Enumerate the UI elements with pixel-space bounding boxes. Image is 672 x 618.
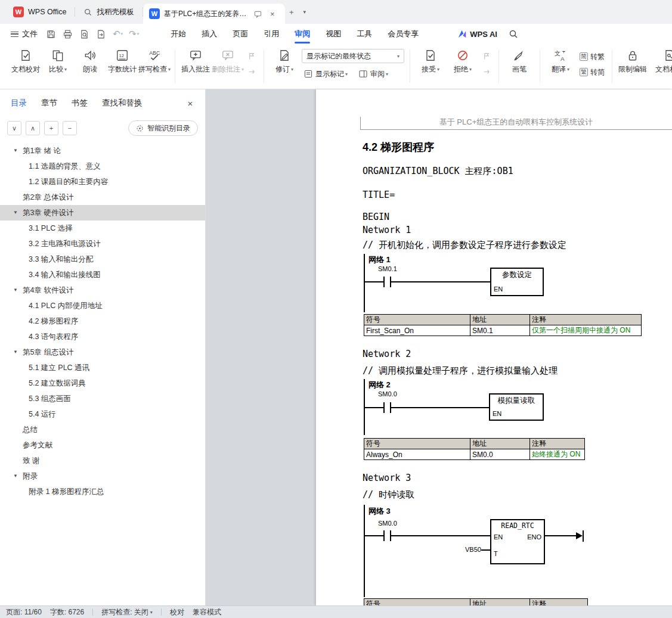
sidebar-tab-chapters[interactable]: 章节 [41, 98, 57, 108]
toc-item-4-1[interactable]: 4.1 PLC 内部使用地址 [0, 298, 205, 313]
toc-item-acknowledgement[interactable]: 致 谢 [0, 453, 205, 468]
toc-item-3-1[interactable]: 3.1 PLC 选择 [0, 221, 205, 236]
show-markup-button[interactable]: 显示标记▾ [302, 67, 349, 81]
ribbon-separator [264, 49, 264, 83]
restrict-editing-button[interactable]: 限制编辑 [617, 44, 649, 74]
tab-view[interactable]: 视图 [318, 24, 349, 44]
chevron-expanded-icon[interactable]: ▼ [13, 143, 18, 159]
home-tab[interactable]: W WPS Office [5, 0, 75, 24]
track-changes-button[interactable]: 修订▾ [268, 44, 301, 74]
dropdown-arrow-icon: ▾ [469, 67, 472, 72]
section-heading: 4.2 梯形图程序 [363, 140, 434, 154]
template-tab[interactable]: 找稻壳模板 [75, 0, 143, 24]
toc-item-4-3[interactable]: 4.3 语句表程序 [0, 329, 205, 344]
spell-check-button[interactable]: ABC 拼写检查▾ [138, 44, 171, 74]
accept-change-button[interactable]: 接受▾ [414, 44, 447, 74]
previous-comment-button[interactable] [246, 51, 258, 61]
document-canvas[interactable]: 基于 PLC+组态王的自动喂料车控制系统设计 4.2 梯形图程序 ORGANIZ… [206, 89, 672, 605]
smart-toc-button[interactable]: 智能识别目录 [128, 120, 198, 136]
document-page[interactable]: 基于 PLC+组态王的自动喂料车控制系统设计 4.2 梯形图程序 ORGANIZ… [316, 89, 672, 605]
chevron-expanded-icon[interactable]: ▼ [13, 468, 18, 484]
tab-member[interactable]: 会员专享 [380, 24, 426, 44]
toc-item-5-4[interactable]: 5.4 运行 [0, 406, 205, 422]
toc-item-ch4[interactable]: ▼第4章 软件设计 [0, 282, 205, 298]
tab-review[interactable]: 审阅 [287, 24, 318, 44]
tab-page[interactable]: 页面 [225, 24, 256, 44]
close-tab-icon[interactable]: × [266, 7, 279, 20]
toc-toolbar: ∨ ∧ + − 智能识别目录 [0, 117, 205, 137]
zoom-out-toc-button[interactable]: − [63, 121, 77, 135]
tab-home[interactable]: 开始 [163, 24, 194, 44]
toc-item-3-2[interactable]: 3.2 主电路和电源设计 [0, 236, 205, 251]
markup-state-select[interactable]: 显示标记的最终状态 ▾ [302, 49, 404, 63]
review-pane-button[interactable]: 审阅▾ [357, 67, 390, 81]
translate-button[interactable]: 文A 翻译▾ [544, 44, 577, 74]
toc-item-1-1[interactable]: 1.1 选题的背景、意义 [0, 159, 205, 174]
toc-item-appendix-1[interactable]: 附录 1 梯形图程序汇总 [0, 484, 205, 499]
ink-pen-button[interactable]: 画笔 [503, 44, 535, 74]
new-tab-button[interactable]: + [285, 5, 298, 18]
next-change-button[interactable] [481, 66, 493, 77]
save-button[interactable] [43, 26, 58, 42]
document-tab[interactable]: W 基于PLC+组态王的笼养鸡养殖... × [143, 4, 285, 24]
redo-button[interactable]: ↷ ▾ [129, 29, 141, 39]
to-traditional-button[interactable]: 简 转繁 [578, 51, 606, 62]
search-button[interactable] [506, 26, 521, 42]
toc-item-references[interactable]: 参考文献 [0, 437, 205, 453]
undo-chevron-icon[interactable]: ▾ [121, 32, 123, 36]
toc-item-summary[interactable]: 总结 [0, 422, 205, 437]
toc-item-ch3-selected[interactable]: ▼第3章 硬件设计 [0, 205, 205, 221]
undo-button[interactable]: ↶ ▾ [113, 29, 125, 39]
chevron-expanded-icon[interactable]: ▼ [13, 344, 18, 360]
zoom-in-toc-button[interactable]: + [44, 121, 58, 135]
previous-change-button[interactable] [481, 51, 493, 61]
redo-chevron-icon[interactable]: ▾ [137, 32, 140, 36]
close-sidebar-icon[interactable]: × [184, 97, 197, 110]
chevron-expanded-icon[interactable]: ▼ [13, 282, 18, 298]
delete-comment-button[interactable]: 删除批注▾ [212, 44, 244, 74]
toc-item-5-2[interactable]: 5.2 建立数据词典 [0, 375, 205, 391]
ink-pen-icon [513, 49, 526, 62]
toc-item-3-3[interactable]: 3.3 输入和输出分配 [0, 251, 205, 267]
toc-item-5-3[interactable]: 5.3 组态画面 [0, 391, 205, 406]
svg-text:文: 文 [555, 50, 560, 57]
next-comment-button[interactable] [246, 66, 258, 77]
page-number-indicator[interactable]: 页面: 11/60 [6, 607, 42, 617]
insert-comment-button[interactable]: 插入批注 [179, 44, 212, 74]
tab-insert[interactable]: 插入 [194, 24, 225, 44]
read-aloud-button[interactable]: 朗读 [74, 44, 106, 74]
tab-reference[interactable]: 引用 [256, 24, 287, 44]
to-simplified-button[interactable]: 繁 转简 [578, 67, 606, 77]
toc-item-4-2[interactable]: 4.2 梯形图程序 [0, 313, 205, 329]
toc-item-3-4[interactable]: 3.4 输入和输出接线图 [0, 267, 205, 282]
sidebar-tab-bookmarks[interactable]: 书签 [72, 98, 88, 108]
chevron-expanded-icon[interactable]: ▼ [13, 205, 18, 221]
expand-all-button[interactable]: ∧ [26, 121, 40, 135]
wps-ai-button[interactable]: WPS AI [457, 29, 497, 39]
word-count-button[interactable]: 12 字数统计 [106, 44, 138, 74]
toc-item-1-2[interactable]: 1.2 课题目的和主要内容 [0, 174, 205, 190]
print-preview-button[interactable] [76, 26, 92, 42]
word-count-indicator[interactable]: 字数: 6726 [50, 607, 84, 617]
file-menu-button[interactable]: 文件 [6, 24, 42, 44]
sidebar-tab-toc[interactable]: 目录 [11, 98, 27, 108]
sidebar-tab-find-replace[interactable]: 查找和替换 [102, 98, 143, 108]
toc-item-5-1[interactable]: 5.1 建立 PLC 通讯 [0, 360, 205, 375]
toc-item-ch2[interactable]: 第2章 总体设计 [0, 190, 205, 205]
collapse-all-button[interactable]: ∨ [7, 121, 21, 135]
svg-text:A: A [560, 55, 565, 62]
doc-permission-button[interactable]: 文档权限 [649, 44, 672, 74]
toc-item-ch5[interactable]: ▼第5章 组态设计 [0, 344, 205, 360]
spell-check-status[interactable]: 拼写检查: 关闭 ▾ [101, 607, 153, 617]
reject-change-button[interactable]: 拒绝▾ [447, 44, 479, 74]
toc-item-ch1[interactable]: ▼第1章 绪 论 [0, 143, 205, 159]
doc-proofread-button[interactable]: 文档校对 [10, 44, 42, 74]
proofread-status-button[interactable]: 校对 [170, 607, 184, 617]
print-button[interactable] [60, 26, 75, 42]
tab-list-chevron-icon[interactable]: ▾ [298, 5, 311, 18]
table-header-cell: 注释 [530, 439, 585, 449]
toc-item-appendix[interactable]: ▼附录 [0, 468, 205, 484]
tab-tools[interactable]: 工具 [349, 24, 380, 44]
export-button[interactable] [93, 26, 109, 42]
compare-button[interactable]: 比较▾ [42, 44, 74, 74]
